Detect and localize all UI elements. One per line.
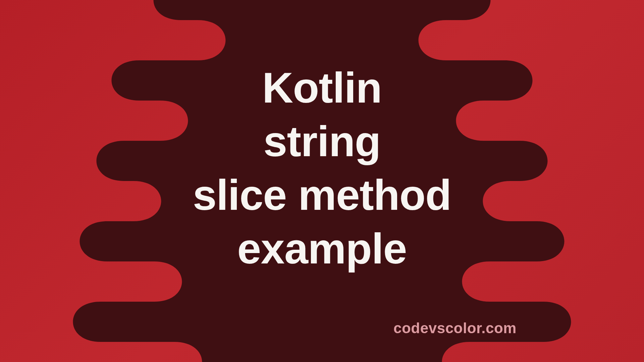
title-line-3: slice method	[193, 168, 451, 222]
title-line-4: example	[193, 222, 451, 276]
title-block: Kotlin string slice method example	[193, 61, 451, 276]
title-line-2: string	[193, 115, 451, 168]
watermark: codevscolor.com	[393, 320, 517, 337]
title-line-1: Kotlin	[193, 61, 451, 115]
